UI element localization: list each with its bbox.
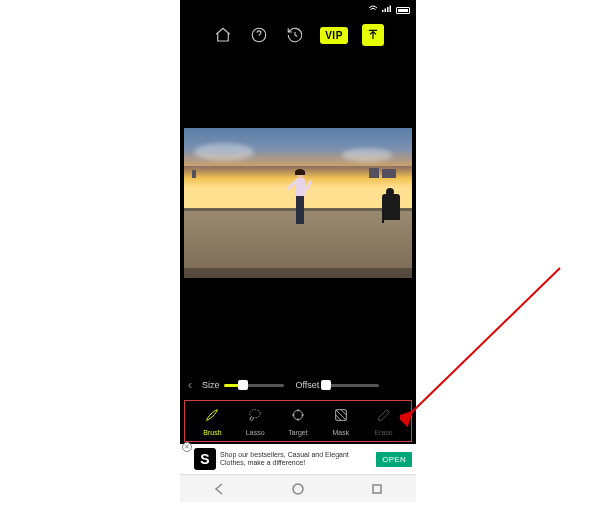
phone-screen: VIP (180, 0, 416, 502)
offset-slider-thumb[interactable] (321, 380, 331, 390)
tool-label: Lasso (246, 429, 265, 436)
svg-rect-1 (385, 9, 387, 13)
nav-recent-icon[interactable] (362, 481, 392, 497)
wifi-icon (368, 5, 378, 15)
ad-text: Shop our bestsellers, Casual and Elegant… (220, 451, 372, 468)
size-slider-thumb[interactable] (238, 380, 248, 390)
tool-label: Target (288, 429, 307, 436)
svg-rect-3 (390, 6, 392, 13)
battery-icon (396, 7, 410, 14)
target-icon (290, 407, 306, 427)
image-canvas[interactable] (180, 50, 416, 370)
subject-person (293, 170, 307, 232)
status-bar (180, 0, 416, 20)
history-icon[interactable] (284, 24, 306, 46)
erase-icon (376, 407, 392, 427)
help-icon[interactable] (248, 24, 270, 46)
ad-logo: S (194, 448, 216, 470)
tool-label: Brush (203, 429, 221, 436)
export-button[interactable] (362, 24, 384, 46)
svg-line-10 (412, 268, 560, 412)
brush-icon (204, 407, 220, 427)
android-nav-bar (180, 474, 416, 502)
tool-mask[interactable]: Mask (319, 407, 362, 436)
ad-banner[interactable]: ✕ S Shop our bestsellers, Casual and Ele… (180, 444, 416, 474)
ad-close-icon[interactable]: ✕ (182, 442, 192, 452)
slider-row: ‹ Size Offset (180, 370, 416, 400)
upload-icon (366, 28, 380, 42)
tool-brush[interactable]: Brush (191, 407, 234, 436)
svg-point-8 (293, 484, 303, 494)
tool-row: BrushLassoTargetMaskErase (184, 400, 412, 442)
signal-icon (382, 5, 392, 15)
offset-label: Offset (296, 380, 320, 390)
back-chevron-icon[interactable]: ‹ (188, 378, 198, 392)
tool-label: Erase (374, 429, 392, 436)
svg-rect-2 (387, 7, 389, 12)
svg-rect-0 (382, 10, 384, 12)
background-person (382, 194, 400, 220)
home-icon[interactable] (212, 24, 234, 46)
edited-photo (184, 128, 412, 278)
tool-erase: Erase (362, 407, 405, 436)
ad-open-button[interactable]: OPEN (376, 452, 412, 467)
size-slider[interactable] (224, 384, 284, 387)
tool-target[interactable]: Target (277, 407, 320, 436)
size-label: Size (202, 380, 220, 390)
nav-back-icon[interactable] (204, 481, 234, 497)
svg-rect-9 (373, 485, 381, 493)
svg-point-6 (293, 410, 302, 419)
lasso-icon (247, 407, 263, 427)
nav-home-icon[interactable] (283, 481, 313, 497)
annotation-arrow (400, 260, 580, 430)
tool-label: Mask (332, 429, 349, 436)
svg-point-5 (250, 409, 261, 417)
tool-lasso[interactable]: Lasso (234, 407, 277, 436)
offset-slider[interactable] (323, 384, 379, 387)
mask-icon (333, 407, 349, 427)
vip-badge[interactable]: VIP (320, 27, 348, 44)
top-toolbar: VIP (180, 20, 416, 50)
